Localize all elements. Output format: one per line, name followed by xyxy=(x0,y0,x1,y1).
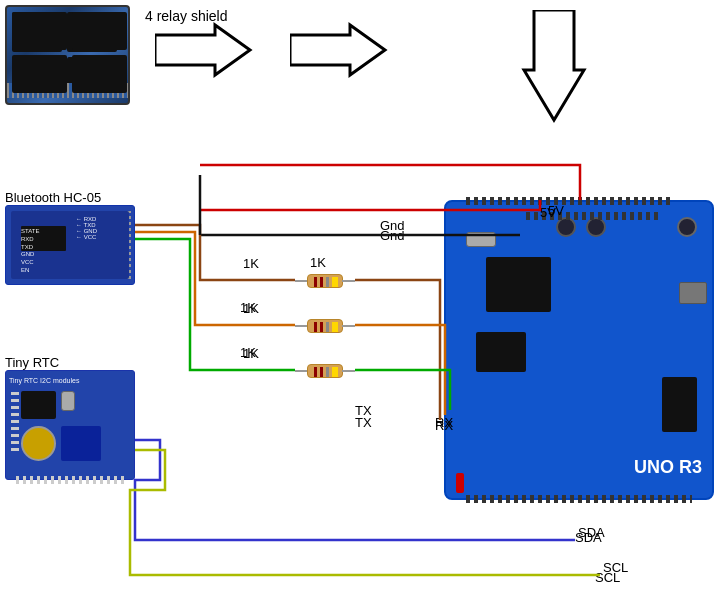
resistor-1 xyxy=(295,270,355,292)
resistor-3-label: 1K xyxy=(240,345,256,360)
resistor-3 xyxy=(295,360,355,382)
resistor-1-label: 1K xyxy=(310,255,326,270)
svg-marker-1 xyxy=(290,25,385,75)
arduino-board: UNO R3 xyxy=(444,200,714,500)
gnd-label: Gnd xyxy=(380,228,405,243)
bluetooth-module: STATERXDTXDGNDVCCEN ← RXD← TXD← GND← VCC xyxy=(5,205,135,285)
svg-marker-0 xyxy=(155,25,250,75)
rtc-inner-label: Tiny RTC I2C modules xyxy=(9,376,79,386)
relay-shield-image xyxy=(5,5,130,105)
resistor-2 xyxy=(295,315,355,337)
bluetooth-label: Bluetooth HC-05 xyxy=(5,190,101,205)
arrow-down xyxy=(519,10,589,134)
scl-label: SCL xyxy=(595,570,620,585)
arrow-right-1 xyxy=(155,20,255,84)
bluetooth-chip-text: STATERXDTXDGNDVCCEN xyxy=(21,228,39,275)
5v-label: 5V xyxy=(540,205,556,220)
arrow-right-2 xyxy=(290,20,390,84)
rtc-module: Tiny RTC I2C modules xyxy=(5,370,135,480)
resistor-2-label: 1K xyxy=(240,300,256,315)
svg-marker-2 xyxy=(524,10,584,120)
arduino-label: UNO R3 xyxy=(634,457,702,478)
svg-text:1K: 1K xyxy=(243,256,259,271)
sda-label: SDA xyxy=(575,530,602,545)
diagram-container: 4 relay shield Bluetooth HC-05 STATERXDT… xyxy=(0,0,719,600)
rtc-label: Tiny RTC xyxy=(5,355,59,370)
rx-label: RX xyxy=(435,415,453,430)
tx-label: TX xyxy=(355,415,372,430)
